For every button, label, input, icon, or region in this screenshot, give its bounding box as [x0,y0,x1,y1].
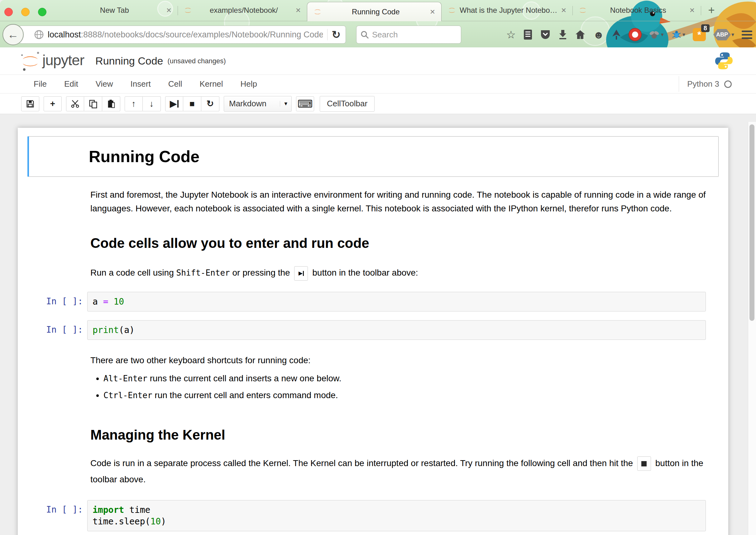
menu-insert[interactable]: Insert [122,79,160,89]
notebook-title[interactable]: Running Code [95,55,163,67]
jupyter-logo-icon [20,51,40,71]
cut-cell-button[interactable] [66,96,84,111]
move-cell-up-button[interactable]: ↑ [125,96,143,111]
menu-view[interactable]: View [87,79,122,89]
code-input[interactable]: print(a) [87,320,706,340]
bug-addon-icon[interactable]: ▾ [649,30,664,39]
tab-label: Running Code [322,8,429,16]
move-cell-down-button[interactable]: ↓ [143,96,161,111]
dropdown-arrow-icon[interactable]: ▾ [661,31,664,38]
shortcuts-paragraph: There are two other keyboard shortcuts f… [18,353,728,367]
kernel-idle-icon [724,80,732,88]
adblock-plus-icon[interactable]: ABP ▾ [713,29,734,41]
menu-cell[interactable]: Cell [160,79,191,89]
search-icon [360,30,369,39]
bookmark-star-icon[interactable]: ☆ [506,29,516,40]
run-cell-button[interactable]: ▶ [165,96,183,111]
tab-examples-notebook[interactable]: examples/Notebook/ × [177,0,307,21]
menu-file[interactable]: File [25,79,55,89]
search-bar[interactable] [356,26,461,43]
share-icon[interactable] [612,29,621,40]
code-input[interactable]: a = 10 [87,292,706,311]
menu-help[interactable]: Help [232,79,266,89]
tab-new-tab[interactable]: New Tab × [58,0,177,21]
tab-notebook-basics[interactable]: Notebook Basics × [573,0,701,21]
input-prompt: In [ ]: [18,500,87,531]
kbd-ctrl-enter: Ctrl-Enter [103,391,152,400]
select-arrow-icon: ▼ [280,101,288,107]
save-button[interactable] [21,96,39,111]
home-icon[interactable] [575,30,585,40]
tab-close-icon[interactable]: × [689,6,695,14]
reading-list-icon[interactable] [523,29,532,40]
menu-edit[interactable]: Edit [55,79,87,89]
restart-icon: ↻ [206,99,214,108]
url-path: :8888/notebooks/docs/source/examples/Not… [81,30,323,39]
addon-badge-icon[interactable]: * 8 [693,28,706,41]
cell-type-select[interactable]: Markdown ▼ [224,96,292,112]
download-icon[interactable] [558,29,567,40]
add-cell-button[interactable]: + [43,96,62,111]
notebook-toolbar: + ↑ ↓ ▶ ■ ↻ Markdown ▼ ⌨ CellToolbar [0,94,756,114]
page-scrollbar[interactable] [748,122,756,535]
inline-run-button-icon: ▶ [294,266,308,281]
scrollbar-thumb[interactable] [749,125,754,321]
keyboard-icon: ⌨ [297,98,312,110]
menu-kernel[interactable]: Kernel [191,79,231,89]
paste-cell-button[interactable] [102,96,120,111]
code-cell-a-equals-10[interactable]: In [ ]: a = 10 [18,292,706,311]
dropdown-arrow-icon[interactable]: ▾ [683,31,685,38]
url-bar[interactable]: localhost:8888/notebooks/docs/source/exa… [19,26,346,43]
restart-kernel-button[interactable]: ↻ [201,96,219,111]
list-item: Alt-Enter runs the current cell and inse… [103,372,728,385]
menu-hamburger-icon[interactable] [742,31,752,39]
python-logo-icon [714,51,734,70]
code-cell-print-a[interactable]: In [ ]: print(a) [18,320,706,340]
navbar-icons: ☆ ☻ ▾ ▾ [506,25,752,44]
duckduckgo-icon[interactable] [629,28,642,41]
copy-cell-button[interactable] [84,96,102,111]
interrupt-kernel-button[interactable]: ■ [183,96,201,111]
back-button[interactable]: ← [3,24,24,45]
tab-close-icon[interactable]: × [561,6,567,14]
tab-what-is-jupyter[interactable]: What is the Jupyter Notebook × [442,0,573,21]
section-heading-code-cells: Code cells allow you to enter and run co… [18,236,728,251]
url-host: localhost [48,30,81,39]
command-palette-button[interactable]: ⌨ [296,96,314,111]
shortcuts-list: Alt-Enter runs the current cell and inse… [18,372,728,402]
cell-type-value: Markdown [229,99,266,108]
kernel-indicator: Python 3 [679,76,732,92]
blue-bug-addon-icon[interactable]: ▾ [671,30,685,39]
reload-button[interactable]: ↻ [332,28,346,41]
arrow-up-icon: ↑ [131,99,136,108]
tab-label: New Tab [63,6,166,14]
minimize-window-button[interactable] [21,8,30,16]
code-cell-import-time[interactable]: In [ ]: import timetime.sleep(10) [18,500,706,531]
feedback-smiley-icon[interactable]: ☻ [593,29,604,40]
selected-markdown-cell[interactable]: Running Code [27,136,718,177]
arrow-down-icon: ↓ [149,99,154,108]
cut-icon [70,99,80,108]
tab-close-icon[interactable]: × [166,6,172,14]
checkpoint-status: (unsaved changes) [167,57,226,65]
jupyter-logo[interactable]: jupyter [20,51,84,71]
tab-close-icon[interactable]: × [429,8,436,16]
pocket-icon[interactable] [540,29,551,40]
copy-icon [89,99,98,108]
jupyter-logo-text: jupyter [42,51,84,69]
celltoolbar-button[interactable]: CellToolbar [320,96,375,112]
zoom-window-button[interactable] [38,8,46,16]
code-input[interactable]: import timetime.sleep(10) [87,500,706,531]
intro-paragraph: First and foremost, the Jupyter Notebook… [18,188,728,215]
dropdown-arrow-icon[interactable]: ▾ [731,31,734,38]
new-tab-button[interactable]: + [703,0,720,21]
tab-label: Notebook Basics [587,6,689,14]
tab-running-code-active[interactable]: Running Code × [307,2,442,21]
tab-close-icon[interactable]: × [295,6,301,14]
search-input[interactable] [372,30,450,40]
jupyter-header: jupyter Running Code (unsaved changes) [0,47,756,75]
close-window-button[interactable] [4,8,13,16]
tab-label: examples/Notebook/ [193,6,295,14]
addon-star-glyph: * [697,29,701,40]
kernel-name: Python 3 [687,79,719,89]
